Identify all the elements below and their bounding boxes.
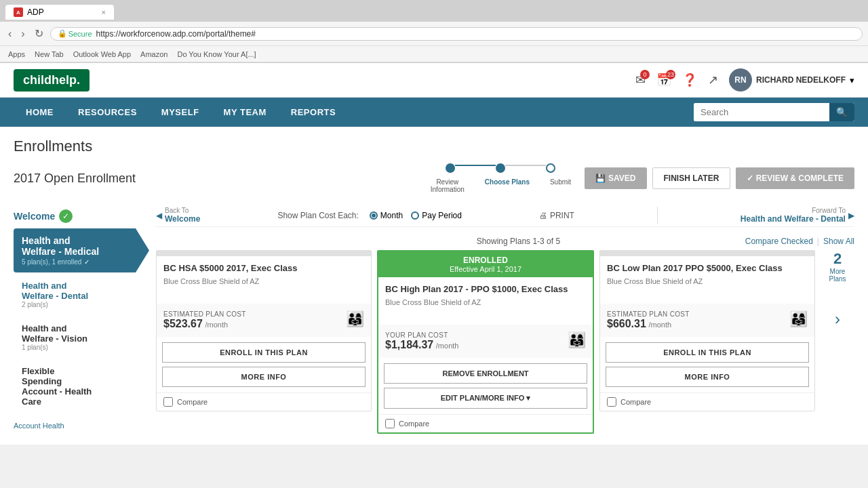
back-button[interactable]: ‹ [5, 26, 14, 41]
plan-2-compare-label: Compare [399, 420, 429, 428]
search-input[interactable] [694, 103, 829, 121]
plan-2-name: BC High Plan 2017 - PPO $1000, Exec Clas… [385, 284, 586, 296]
bookmark-other[interactable]: Do You Know Your A[...] [174, 49, 258, 59]
plan-3-compare-label: Compare [620, 398, 651, 406]
more-info-plan-3-button[interactable]: MORE INFO [606, 367, 809, 387]
enroll-plan-3-button[interactable]: ENROLL IN THIS PLAN [606, 342, 809, 363]
search-area: 🔍 [694, 103, 854, 121]
enrolled-date: Effective April 1, 2017 [382, 265, 589, 273]
show-all-link[interactable]: Show All [823, 237, 854, 246]
account-health[interactable]: Account Health [14, 422, 149, 430]
nav-resources[interactable]: RESOURCES [66, 98, 149, 127]
sidebar-medical-sub: 5 plan(s), 1 enrolled ✓ [22, 258, 141, 266]
plans-main: ◀ Back To Welcome Show Plan Cost Each: M… [156, 204, 854, 434]
option-pay-period[interactable]: Pay Period [411, 211, 462, 220]
plan-1-name: BC HSA $5000 2017, Exec Class [163, 263, 364, 274]
secure-badge: 🔒 Secure [58, 29, 92, 38]
plan-3-name: BC Low Plan 2017 PPO $5000, Exec Class [607, 263, 808, 274]
browser-tab-active[interactable]: A ADP × [5, 5, 114, 20]
more-info-plan-1-button[interactable]: MORE INFO [162, 367, 366, 387]
nav-home[interactable]: HOME [14, 98, 66, 127]
bookmark-amazon[interactable]: Amazon [138, 49, 170, 59]
bookmark-newtab[interactable]: New Tab [32, 49, 66, 59]
step-circle-submit [546, 163, 555, 173]
welcome-area: Welcome ✓ [14, 204, 149, 228]
compare-checked-link[interactable]: Compare Checked [745, 237, 813, 246]
step-circle-choose [496, 163, 505, 173]
plan-3-provider: Blue Cross Blue Shield of AZ [607, 277, 808, 285]
user-name: RICHARD NEDELKOFF [756, 75, 846, 85]
address-url: https://workforcenow.adp.com/portal/them… [96, 29, 256, 39]
compare-links[interactable]: Compare Checked | Show All [745, 237, 854, 246]
step-label-choose: Choose Plans [485, 178, 530, 193]
plan-2-cost-period: /month [436, 342, 459, 350]
plans-meta-row: Showing Plans 1-3 of 5 Compare Checked |… [156, 232, 854, 250]
more-plans-indicator[interactable]: 2 MorePlans › [821, 250, 854, 329]
finish-later-button[interactable]: FINISH LATER [652, 167, 731, 189]
logo-text: childhelp. [23, 73, 80, 87]
plan-1-compare-checkbox[interactable] [163, 397, 173, 407]
sidebar-item-dental[interactable]: Health andWelfare - Dental 2 plan(s) [14, 274, 149, 315]
bookmark-outlook[interactable]: Outlook Web App [71, 49, 134, 59]
showing-plans-label: Showing Plans 1-3 of 5 [477, 237, 560, 246]
back-to-welcome[interactable]: ◀ Back To Welcome [156, 207, 200, 224]
plan-3-compare: Compare [600, 392, 814, 411]
sidebar-item-medical[interactable]: Health andWelfare - Medical 5 plan(s), 1… [14, 228, 149, 272]
radio-month [370, 211, 378, 220]
print-button[interactable]: 🖨 PRINT [539, 211, 574, 220]
sidebar-dental-sub: 2 plan(s) [22, 301, 141, 308]
plan-2-cost-label: YOUR PLAN COST [385, 331, 458, 339]
plan-2-compare-checkbox[interactable] [385, 419, 395, 428]
show-cost-label: Show Plan Cost Each: [277, 211, 358, 220]
notifications-badge: 0 [640, 70, 650, 79]
plan-3-compare-checkbox[interactable] [607, 397, 616, 407]
help-icon[interactable]: ❓ [682, 73, 697, 87]
step-line-1 [455, 165, 496, 166]
plan-2-cost: YOUR PLAN COST $1,184.37 /month 👨‍👩‍👧 [378, 325, 593, 358]
plan-1-cost-period: /month [205, 321, 228, 329]
compare-sep: | [817, 237, 819, 246]
remove-enrollment-button[interactable]: REMOVE ENROLLMENT [384, 363, 587, 384]
user-chevron: ▾ [850, 75, 854, 85]
more-plans-arrow-icon: › [835, 310, 840, 329]
main-nav: HOME RESOURCES MYSELF MY TEAM REPORTS 🔍 [0, 98, 868, 127]
address-bar[interactable]: 🔒 Secure https://workforcenow.adp.com/po… [50, 27, 863, 41]
share-icon[interactable]: ↗ [708, 73, 718, 87]
plans-container: Welcome ✓ Health andWelfare - Medical 5 … [14, 204, 854, 434]
edit-plan-button[interactable]: EDIT PLAN/MORE INFO ▾ [384, 388, 587, 409]
step-review: ReviewInformation Choose Plans Submit [431, 163, 571, 193]
refresh-button[interactable]: ↻ [32, 26, 46, 41]
plan-3-cost-label: ESTIMATED PLAN COST [607, 310, 690, 318]
sidebar: Welcome ✓ Health andWelfare - Medical 5 … [14, 204, 156, 434]
notifications-icon[interactable]: ✉ 0 [635, 73, 646, 87]
left-arrow-icon: ◀ [156, 211, 162, 220]
sidebar-item-vision: Health andWelfare - Vision 1 plan(s) [14, 317, 149, 358]
plan-1-cost-amount: $523.67 [163, 318, 203, 329]
enrollment-header: 2017 Open Enrollment ReviewInformation [14, 163, 854, 193]
bookmark-apps[interactable]: Apps [5, 49, 28, 59]
user-avatar: RN [729, 68, 752, 92]
search-button[interactable]: 🔍 [829, 103, 854, 121]
page-title: Enrollments [14, 138, 854, 155]
nav-myteam[interactable]: MY TEAM [212, 98, 279, 127]
more-plans-count: 2 [833, 250, 842, 268]
calendar-icon[interactable]: 📅 23 [656, 73, 671, 87]
nav-reports[interactable]: REPORTS [279, 98, 348, 127]
plan-2-compare: Compare [378, 414, 593, 432]
plan-3-cost: ESTIMATED PLAN COST $660.31 /month 👨‍👩‍👧 [600, 304, 814, 337]
forward-to-dental[interactable]: Forward To Health and Welfare - Dental ▶ [741, 207, 854, 224]
review-complete-button[interactable]: ✓ REVIEW & COMPLETE [736, 167, 854, 189]
plan-card-1: BC HSA $5000 2017, Exec Class Blue Cross… [156, 250, 372, 411]
option-month[interactable]: Month [370, 211, 403, 220]
save-icon: 💾 [595, 174, 606, 183]
saved-button[interactable]: 💾 SAVED [585, 167, 646, 189]
app-header: childhelp. ✉ 0 📅 23 ❓ ↗ RN RICHARD NEDEL… [0, 63, 868, 98]
forward-button[interactable]: › [18, 26, 27, 41]
user-area[interactable]: RN RICHARD NEDELKOFF ▾ [729, 68, 854, 92]
tab-close-button[interactable]: × [102, 8, 106, 16]
welcome-link[interactable]: Welcome [14, 211, 55, 222]
enroll-plan-1-button[interactable]: ENROLL IN THIS PLAN [162, 342, 366, 363]
plan-2-cost-amount: $1,184.37 [385, 339, 433, 350]
plan-card-3: BC Low Plan 2017 PPO $5000, Exec Class B… [599, 250, 815, 411]
nav-myself[interactable]: MYSELF [149, 98, 212, 127]
